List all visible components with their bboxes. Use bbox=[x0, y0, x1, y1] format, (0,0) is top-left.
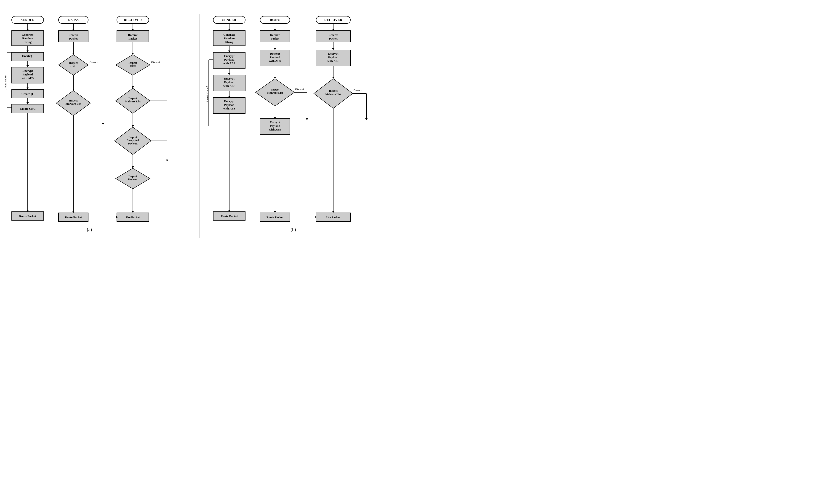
svg-text:String: String bbox=[24, 40, 32, 44]
svg-text:Payload: Payload bbox=[270, 56, 281, 59]
svg-text:Malware List: Malware List bbox=[125, 100, 141, 103]
svg-marker-110 bbox=[228, 29, 230, 31]
svg-text:Payload: Payload bbox=[23, 73, 33, 76]
svg-text:Payload: Payload bbox=[270, 124, 281, 127]
svg-text:Use Packet: Use Packet bbox=[126, 215, 140, 219]
svg-marker-151 bbox=[274, 48, 276, 50]
svg-marker-74 bbox=[132, 53, 134, 55]
svg-text:String: String bbox=[225, 40, 233, 44]
svg-text:Encrypt: Encrypt bbox=[22, 69, 33, 73]
svg-text:Discard: Discard bbox=[151, 61, 160, 64]
svg-marker-163 bbox=[306, 118, 308, 120]
svg-text:Encrypt: Encrypt bbox=[270, 120, 280, 124]
svg-text:with AES: with AES bbox=[327, 59, 339, 63]
svg-text:Inspect: Inspect bbox=[69, 99, 78, 102]
svg-text:RS/ISS: RS/ISS bbox=[270, 18, 280, 22]
svg-text:Route Packet: Route Packet bbox=[267, 215, 284, 219]
svg-text:Create CRC: Create CRC bbox=[20, 107, 36, 110]
diagram-b-svg: SENDER Generate Random String Create Pac… bbox=[206, 14, 401, 238]
svg-text:RECEIVER: RECEIVER bbox=[324, 18, 342, 22]
svg-text:Inspect: Inspect bbox=[128, 97, 137, 100]
svg-text:Receive: Receive bbox=[69, 33, 78, 36]
svg-text:CRC: CRC bbox=[71, 65, 76, 68]
svg-text:Create Packet: Create Packet bbox=[5, 75, 7, 90]
svg-marker-42 bbox=[72, 29, 75, 31]
diagram-a-svg: SENDER Generate Random String Create Cre… bbox=[5, 14, 192, 238]
svg-text:Route Packet: Route Packet bbox=[65, 215, 82, 219]
svg-text:Malware List: Malware List bbox=[325, 93, 341, 96]
svg-text:Malware List: Malware List bbox=[267, 91, 283, 94]
svg-text:Inspect: Inspect bbox=[271, 88, 279, 91]
svg-marker-19 bbox=[26, 65, 29, 67]
svg-text:Discard: Discard bbox=[89, 61, 98, 64]
svg-marker-197 bbox=[365, 118, 368, 120]
svg-marker-34 bbox=[26, 210, 29, 212]
svg-text:Receive: Receive bbox=[128, 33, 138, 36]
svg-text:Inspect: Inspect bbox=[69, 61, 78, 65]
main-container: SENDER Generate Random String Create Cre… bbox=[3, 12, 409, 240]
svg-text:Packet: Packet bbox=[329, 37, 338, 40]
svg-text:Payload: Payload bbox=[328, 56, 339, 59]
svg-text:Discard: Discard bbox=[295, 88, 304, 91]
svg-text:SENDER: SENDER bbox=[222, 18, 236, 22]
svg-text:with AES: with AES bbox=[22, 76, 33, 80]
svg-marker-100 bbox=[166, 160, 168, 162]
svg-text:Inspect: Inspect bbox=[329, 89, 337, 92]
svg-marker-69 bbox=[132, 29, 134, 31]
svg-text:Route Packet: Route Packet bbox=[19, 214, 36, 218]
svg-text:with AES: with AES bbox=[223, 107, 235, 110]
svg-marker-9 bbox=[26, 51, 29, 53]
svg-text:Packet: Packet bbox=[69, 37, 78, 40]
svg-marker-30 bbox=[26, 102, 29, 104]
svg-text:Packet: Packet bbox=[271, 37, 279, 40]
svg-text:P: P bbox=[31, 57, 32, 59]
svg-text:Encrypt: Encrypt bbox=[224, 54, 234, 58]
svg-text:Inspect: Inspect bbox=[128, 61, 137, 65]
svg-marker-185 bbox=[332, 48, 334, 50]
svg-text:Generate: Generate bbox=[223, 33, 235, 36]
svg-marker-95 bbox=[132, 211, 134, 213]
svg-text:Encrypted: Encrypted bbox=[127, 139, 139, 142]
svg-text:E: E bbox=[31, 94, 32, 97]
svg-text:Malware List: Malware List bbox=[66, 102, 81, 105]
svg-text:Random: Random bbox=[22, 36, 33, 40]
svg-marker-180 bbox=[332, 29, 334, 31]
svg-text:with AES: with AES bbox=[269, 59, 281, 63]
svg-text:with AES: with AES bbox=[223, 62, 235, 65]
svg-text:RECEIVER: RECEIVER bbox=[124, 18, 142, 22]
svg-text:Payload: Payload bbox=[128, 178, 137, 181]
svg-marker-57 bbox=[72, 211, 75, 213]
svg-marker-120 bbox=[228, 51, 230, 53]
svg-text:Decrypt: Decrypt bbox=[270, 52, 280, 55]
svg-text:RS/ISS: RS/ISS bbox=[68, 18, 79, 22]
svg-text:Packet: Packet bbox=[128, 37, 137, 40]
svg-marker-166 bbox=[274, 117, 276, 119]
svg-marker-90 bbox=[132, 167, 134, 168]
svg-marker-138 bbox=[228, 210, 230, 212]
svg-marker-126 bbox=[228, 73, 230, 75]
diagram-separator bbox=[199, 14, 200, 238]
svg-marker-146 bbox=[274, 29, 276, 31]
svg-marker-25 bbox=[26, 88, 29, 89]
svg-text:Encrypt: Encrypt bbox=[224, 77, 234, 80]
svg-marker-3 bbox=[26, 29, 29, 31]
svg-marker-172 bbox=[274, 211, 276, 213]
svg-marker-200 bbox=[332, 211, 334, 213]
svg-text:Inspect: Inspect bbox=[128, 175, 137, 178]
svg-text:CRC: CRC bbox=[130, 65, 136, 68]
svg-text:Payload: Payload bbox=[224, 58, 235, 61]
diagram-b-section: SENDER Generate Random String Create Pac… bbox=[206, 14, 401, 238]
svg-text:Generate: Generate bbox=[22, 33, 33, 36]
svg-text:Create Packet: Create Packet bbox=[206, 86, 209, 102]
svg-text:(b): (b) bbox=[291, 227, 296, 232]
svg-text:SENDER: SENDER bbox=[21, 18, 35, 22]
svg-text:Inspect: Inspect bbox=[128, 135, 137, 139]
svg-text:Discard: Discard bbox=[353, 89, 362, 92]
svg-marker-132 bbox=[228, 96, 230, 98]
svg-text:Receive: Receive bbox=[270, 33, 280, 36]
svg-text:Payload: Payload bbox=[224, 81, 235, 84]
svg-text:Encrypt: Encrypt bbox=[224, 99, 234, 103]
svg-text:Payload: Payload bbox=[128, 142, 137, 145]
diagram-a-section: SENDER Generate Random String Create Cre… bbox=[5, 14, 192, 238]
svg-text:(a): (a) bbox=[87, 227, 92, 232]
